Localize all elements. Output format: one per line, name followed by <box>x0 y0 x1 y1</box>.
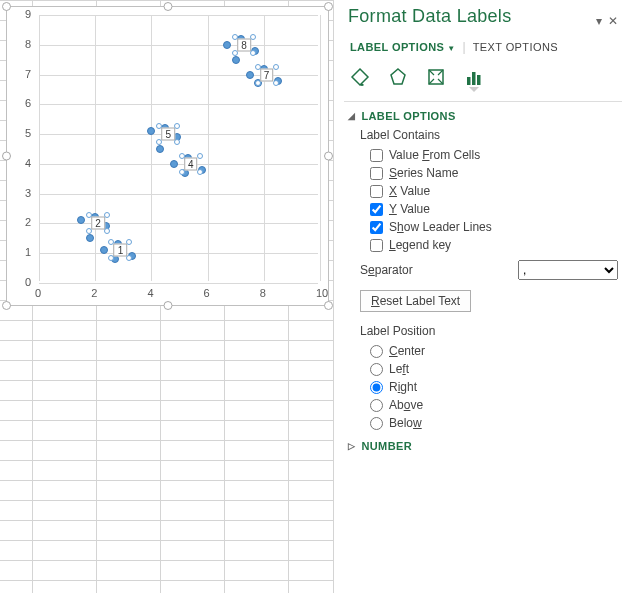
y-tick-label: 6 <box>25 97 31 109</box>
size-properties-icon[interactable] <box>424 65 448 89</box>
data-point[interactable] <box>86 234 94 242</box>
y-tick-label: 9 <box>25 8 31 20</box>
selection-handle[interactable] <box>108 239 114 245</box>
selection-handle[interactable] <box>174 139 180 145</box>
y-tick-label: 4 <box>25 157 31 169</box>
resize-handle[interactable] <box>2 2 11 11</box>
y-tick-label: 0 <box>25 276 31 288</box>
data-label[interactable]: 8 <box>237 38 251 51</box>
checkbox-value-from-cells[interactable] <box>370 149 383 162</box>
data-label[interactable]: 4 <box>184 157 198 170</box>
checkbox-legend-key[interactable] <box>370 239 383 252</box>
resize-handle[interactable] <box>324 301 333 310</box>
chart-object[interactable]: 01234567890246810215487 <box>6 6 329 306</box>
data-label[interactable]: 5 <box>161 128 175 141</box>
radio-right[interactable] <box>370 381 383 394</box>
radio-left[interactable] <box>370 363 383 376</box>
selection-handle[interactable] <box>108 255 114 261</box>
selection-handle[interactable] <box>179 153 185 159</box>
resize-handle[interactable] <box>163 2 172 11</box>
checkbox-y-value[interactable] <box>370 203 383 216</box>
data-point[interactable] <box>232 56 240 64</box>
selection-handle[interactable] <box>197 153 203 159</box>
resize-handle[interactable] <box>324 2 333 11</box>
selection-handle[interactable] <box>250 34 256 40</box>
svg-rect-2 <box>467 77 471 85</box>
y-tick-label: 3 <box>25 187 31 199</box>
separator-select[interactable]: , <box>518 260 618 280</box>
section-number[interactable]: ▷NUMBER <box>348 440 618 452</box>
data-label[interactable]: 7 <box>260 68 274 81</box>
x-tick-label: 0 <box>35 287 41 299</box>
format-data-labels-pane: Format Data Labels ▾ ✕ LABEL OPTIONS▼ | … <box>333 0 628 593</box>
resize-handle[interactable] <box>2 301 11 310</box>
pane-options-icon[interactable]: ▾ <box>596 14 602 28</box>
y-tick-label: 5 <box>25 127 31 139</box>
data-point[interactable] <box>156 145 164 153</box>
selection-handle[interactable] <box>232 34 238 40</box>
effects-icon[interactable] <box>386 65 410 89</box>
plot-area[interactable]: 01234567890246810215487 <box>39 15 318 281</box>
fill-line-icon[interactable] <box>348 65 372 89</box>
radio-above[interactable] <box>370 399 383 412</box>
svg-marker-0 <box>391 69 405 84</box>
tab-text-options[interactable]: TEXT OPTIONS <box>471 39 560 55</box>
checkbox-show-leader-lines[interactable] <box>370 221 383 234</box>
selection-handle[interactable] <box>250 50 256 56</box>
selection-handle[interactable] <box>273 64 279 70</box>
label-options-icon[interactable] <box>462 65 486 89</box>
selection-handle[interactable] <box>255 80 261 86</box>
y-tick-label: 7 <box>25 68 31 80</box>
data-point[interactable] <box>100 246 108 254</box>
y-tick-label: 2 <box>25 216 31 228</box>
selection-handle[interactable] <box>126 255 132 261</box>
selection-handle[interactable] <box>273 80 279 86</box>
selection-handle[interactable] <box>86 228 92 234</box>
label-contains-heading: Label Contains <box>360 128 618 142</box>
selection-handle[interactable] <box>86 212 92 218</box>
checkbox-x-value[interactable] <box>370 185 383 198</box>
data-point[interactable] <box>147 127 155 135</box>
section-label-options[interactable]: ◢LABEL OPTIONS <box>348 110 618 122</box>
selection-handle[interactable] <box>232 50 238 56</box>
data-point[interactable] <box>77 216 85 224</box>
tab-label-options[interactable]: LABEL OPTIONS▼ <box>348 39 458 55</box>
data-point[interactable] <box>170 160 178 168</box>
selection-handle[interactable] <box>156 139 162 145</box>
y-tick-label: 8 <box>25 38 31 50</box>
selection-handle[interactable] <box>156 123 162 129</box>
svg-rect-4 <box>477 75 481 85</box>
radio-center[interactable] <box>370 345 383 358</box>
selection-handle[interactable] <box>104 212 110 218</box>
data-point[interactable] <box>223 41 231 49</box>
x-tick-label: 10 <box>316 287 328 299</box>
x-tick-label: 4 <box>147 287 153 299</box>
resize-handle[interactable] <box>2 152 11 161</box>
data-label[interactable]: 2 <box>91 217 105 230</box>
checkbox-series-name[interactable] <box>370 167 383 180</box>
close-icon[interactable]: ✕ <box>608 14 618 28</box>
reset-label-text-button[interactable]: Reset Label Text <box>360 290 471 312</box>
radio-below[interactable] <box>370 417 383 430</box>
x-tick-label: 6 <box>204 287 210 299</box>
selection-handle[interactable] <box>179 169 185 175</box>
selection-handle[interactable] <box>126 239 132 245</box>
selection-handle[interactable] <box>255 64 261 70</box>
resize-handle[interactable] <box>324 152 333 161</box>
selection-handle[interactable] <box>104 228 110 234</box>
resize-handle[interactable] <box>163 301 172 310</box>
selection-handle[interactable] <box>197 169 203 175</box>
label-position-heading: Label Position <box>360 324 618 338</box>
x-tick-label: 2 <box>91 287 97 299</box>
separator-label: Separator <box>360 263 413 277</box>
x-tick-label: 8 <box>260 287 266 299</box>
y-tick-label: 1 <box>25 246 31 258</box>
data-point[interactable] <box>246 71 254 79</box>
svg-rect-3 <box>472 72 476 85</box>
data-label[interactable]: 1 <box>114 244 128 257</box>
pane-title: Format Data Labels <box>348 6 511 27</box>
selection-handle[interactable] <box>174 123 180 129</box>
